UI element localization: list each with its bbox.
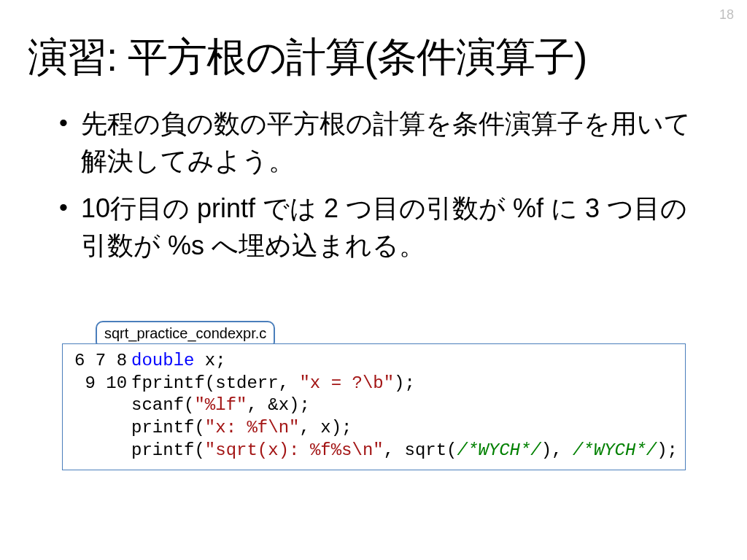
slide-title: 演習: 平方根の計算(条件演算子) — [28, 31, 725, 85]
list-item: 先程の負の数の平方根の計算を条件演算子を用いて解決してみよう。 — [62, 105, 703, 179]
page-number: 18 — [719, 7, 734, 23]
code-block: sqrt_practice_condexpr.c 6 7 8 9 10 doub… — [62, 321, 686, 470]
code-box: 6 7 8 9 10 double x;fprintf(stderr, "x =… — [62, 343, 686, 470]
list-item: 10行目の printf では 2 つ目の引数が %f に 3 つ目の引数が %… — [62, 190, 703, 264]
bullet-list: 先程の負の数の平方根の計算を条件演算子を用いて解決してみよう。 10行目の pr… — [62, 105, 703, 264]
line-numbers: 6 7 8 9 10 — [63, 350, 131, 462]
code-content: double x;fprintf(stderr, "x = ?\b");scan… — [131, 350, 678, 462]
